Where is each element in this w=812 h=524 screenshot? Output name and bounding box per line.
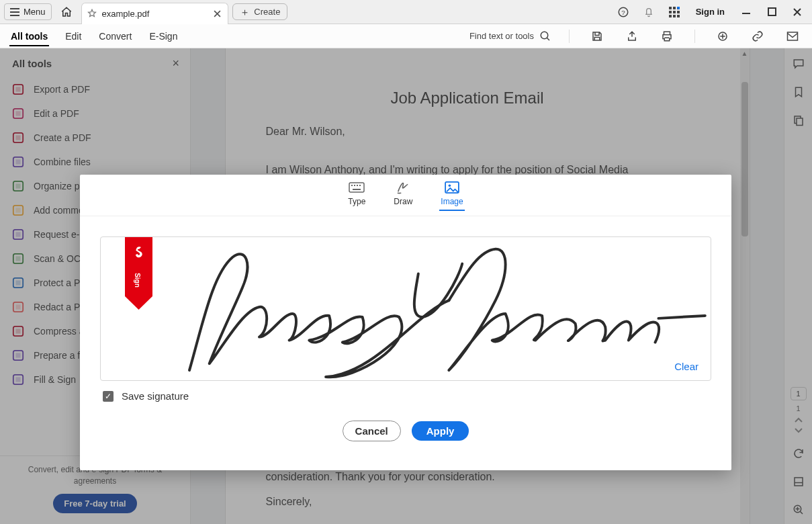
signature-preview: Sign Clear <box>100 236 711 381</box>
bell-icon <box>643 6 654 18</box>
signature-image <box>101 237 711 380</box>
star-icon <box>87 9 97 18</box>
maximize-icon <box>768 7 776 16</box>
svg-text:Sign: Sign <box>134 273 141 288</box>
tab-convert[interactable]: Convert <box>97 27 133 46</box>
menu-label: Menu <box>24 7 46 17</box>
save-icon <box>591 30 603 42</box>
share-button[interactable] <box>622 26 642 46</box>
tab-type-label: Type <box>348 197 365 206</box>
svg-rect-51 <box>353 189 361 190</box>
svg-rect-2 <box>669 7 672 9</box>
close-icon <box>793 7 802 17</box>
dialog-buttons: Cancel Apply <box>80 421 731 441</box>
signature-dialog: Type Draw Image Sign <box>80 175 731 470</box>
window-close[interactable] <box>786 2 808 22</box>
email-button[interactable] <box>782 26 803 46</box>
separator <box>694 30 695 43</box>
search-box[interactable]: Find text or tools <box>469 30 551 42</box>
link-button[interactable] <box>748 26 768 46</box>
home-button[interactable] <box>56 2 77 22</box>
svg-rect-15 <box>788 32 798 40</box>
svg-point-13 <box>541 32 548 39</box>
svg-rect-9 <box>673 15 676 17</box>
pen-icon <box>395 181 411 194</box>
main-toolbar: All tools Edit Convert E-Sign Find text … <box>0 24 812 48</box>
apply-button[interactable]: Apply <box>412 421 469 441</box>
tab-esign[interactable]: E-Sign <box>148 27 179 46</box>
svg-rect-5 <box>669 11 672 13</box>
main-area: All tools × Export a PDFEdit a PDFCreate… <box>0 48 812 524</box>
svg-rect-6 <box>673 11 676 13</box>
menu-button[interactable]: Menu <box>4 3 52 20</box>
hamburger-icon <box>10 8 19 16</box>
svg-rect-12 <box>768 8 776 15</box>
document-tab[interactable]: example.pdf <box>81 3 229 24</box>
tab-image[interactable]: Image <box>441 181 463 210</box>
svg-point-53 <box>449 184 451 187</box>
image-icon <box>444 181 460 194</box>
svg-text:?: ? <box>621 8 625 15</box>
print-icon <box>661 30 673 42</box>
apps-grid-icon <box>669 7 680 17</box>
search-placeholder: Find text or tools <box>469 31 534 41</box>
help-icon: ? <box>617 6 629 18</box>
svg-rect-3 <box>673 7 676 9</box>
ai-button[interactable] <box>713 26 733 46</box>
minimize-icon <box>741 7 751 17</box>
tab-draw-label: Draw <box>394 197 412 206</box>
title-bar: Menu example.pdf ＋ Create ? Sign in <box>0 0 812 24</box>
link-icon <box>752 30 764 42</box>
cancel-button[interactable]: Cancel <box>343 421 401 441</box>
close-tab-icon[interactable] <box>214 10 221 17</box>
notifications-button[interactable] <box>638 2 660 22</box>
svg-rect-48 <box>354 185 355 186</box>
plus-icon: ＋ <box>240 7 250 17</box>
save-signature-checkbox[interactable]: ✓ <box>103 391 114 402</box>
svg-rect-10 <box>677 15 680 17</box>
help-button[interactable]: ? <box>613 2 634 22</box>
tab-draw[interactable]: Draw <box>394 181 412 210</box>
separator <box>569 30 570 43</box>
svg-rect-50 <box>359 185 361 186</box>
sign-in-label: Sign in <box>696 7 725 17</box>
tab-title: example.pdf <box>102 9 150 19</box>
create-label: Create <box>254 7 280 17</box>
save-button[interactable] <box>587 26 607 46</box>
sign-in-button[interactable]: Sign in <box>689 7 731 17</box>
tab-edit[interactable]: Edit <box>64 27 83 46</box>
svg-rect-8 <box>669 15 672 17</box>
tab-all-tools[interactable]: All tools <box>9 27 49 46</box>
tab-type[interactable]: Type <box>348 181 365 210</box>
window-minimize[interactable] <box>735 2 757 22</box>
save-signature-label: Save signature <box>122 390 189 402</box>
search-icon <box>539 30 551 42</box>
upload-icon <box>626 30 638 42</box>
sparkle-icon <box>717 30 729 42</box>
svg-rect-47 <box>351 185 353 186</box>
mail-icon <box>786 31 799 42</box>
window-maximize[interactable] <box>761 2 782 22</box>
svg-rect-7 <box>677 11 680 13</box>
clear-signature-link[interactable]: Clear <box>674 361 698 372</box>
print-button[interactable] <box>657 26 677 46</box>
create-button[interactable]: ＋ Create <box>232 3 287 20</box>
save-signature-row: ✓ Save signature <box>80 390 731 402</box>
svg-rect-49 <box>357 185 358 186</box>
dialog-tabs: Type Draw Image <box>80 175 731 216</box>
sign-ribbon-icon: Sign <box>125 237 152 311</box>
tab-image-label: Image <box>441 197 463 206</box>
keyboard-icon <box>349 181 365 194</box>
home-icon <box>60 6 73 18</box>
apps-button[interactable] <box>664 2 685 22</box>
svg-rect-46 <box>349 183 364 192</box>
